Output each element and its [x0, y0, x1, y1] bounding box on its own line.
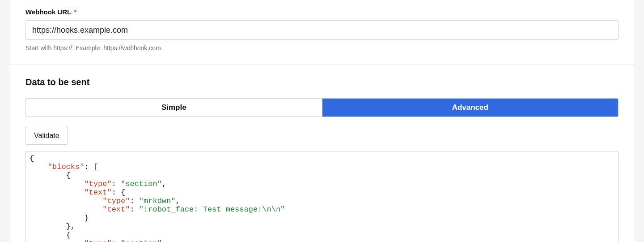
json-key: "type" [102, 197, 130, 205]
json-punct [30, 163, 48, 171]
json-string: "mrkdwn" [139, 197, 176, 205]
json-punct: { [30, 231, 71, 239]
data-section-heading: Data to be sent [25, 77, 619, 87]
json-punct: : [112, 180, 121, 188]
json-string: "section" [121, 239, 162, 242]
json-editor[interactable]: { "blocks": [ { "type": "section", "text… [25, 151, 619, 242]
json-string: ":robot_face: Test message:\n\n" [139, 205, 285, 214]
webhook-url-label: Webhook URL * [25, 8, 619, 16]
json-key: "type" [84, 180, 111, 188]
json-key: "blocks" [48, 163, 85, 171]
webhook-url-helper: Start with https://. Example: https://we… [25, 44, 619, 52]
webhook-url-section: Webhook URL * Start with https://. Examp… [9, 0, 635, 64]
json-punct [30, 205, 102, 214]
json-key: "text" [84, 188, 111, 197]
json-punct: { [30, 154, 34, 163]
validate-button[interactable]: Validate [25, 127, 68, 145]
json-punct: }, [30, 222, 75, 231]
tab-simple[interactable]: Simple [26, 99, 322, 117]
json-punct: : [ [84, 163, 98, 171]
tab-advanced[interactable]: Advanced [322, 99, 619, 117]
webhook-url-input[interactable] [25, 20, 619, 40]
json-punct: , [162, 239, 166, 242]
json-punct [30, 188, 84, 197]
json-punct: : [112, 239, 121, 242]
mode-segmented-control: Simple Advanced [25, 98, 619, 117]
json-punct [30, 239, 84, 242]
json-key: "text" [102, 205, 130, 214]
json-key: "type" [84, 239, 111, 242]
json-string: "section" [121, 180, 162, 188]
json-punct: } [30, 214, 89, 222]
json-punct [30, 197, 102, 205]
json-punct: : { [112, 188, 126, 197]
json-punct: { [30, 171, 71, 180]
form-page: Webhook URL * Start with https://. Examp… [9, 0, 635, 242]
json-punct: : [130, 205, 139, 214]
json-punct [30, 180, 84, 188]
required-marker: * [74, 8, 76, 16]
data-section: Data to be sent Simple Advanced Validate… [9, 65, 635, 242]
webhook-url-label-text: Webhook URL [25, 8, 71, 16]
json-punct: , [162, 180, 166, 188]
json-punct: , [175, 197, 180, 205]
json-punct: : [130, 197, 139, 205]
